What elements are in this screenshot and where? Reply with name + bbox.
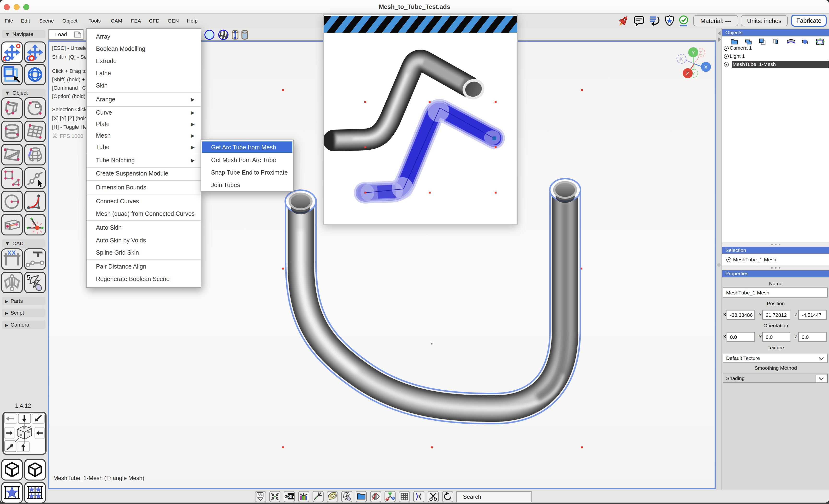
svg-text:X: X <box>704 64 708 70</box>
svg-text:X: X <box>392 497 394 500</box>
svg-text:Z: Z <box>699 50 702 55</box>
svg-text:X: X <box>680 56 683 62</box>
svg-text:Y: Y <box>691 50 695 55</box>
svg-text:Y: Y <box>389 492 391 495</box>
svg-text:G: G <box>330 494 334 499</box>
svg-text:Z: Z <box>686 71 689 76</box>
svg-text:Sh: Sh <box>288 494 294 499</box>
svg-text:XX: XX <box>7 249 16 257</box>
svg-text:5: 5 <box>27 274 31 281</box>
svg-text:Z: Z <box>386 498 388 501</box>
